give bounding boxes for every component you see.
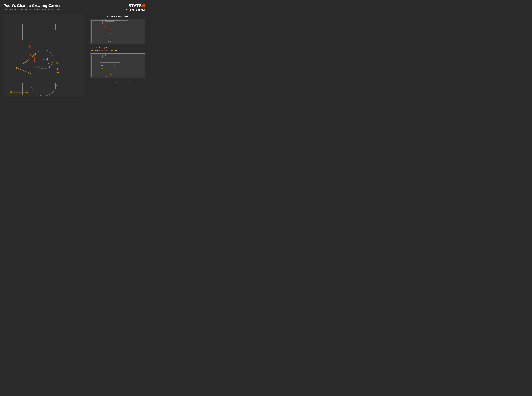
header: Pedri's Chance-Creating Carries Pedri's … xyxy=(4,4,146,12)
content-section: Carry Start Next Action Actions followin… xyxy=(4,14,146,99)
svg-rect-34 xyxy=(90,19,129,44)
svg-rect-54 xyxy=(109,61,110,61)
assists-label: Assists xyxy=(113,50,118,52)
chance-icon xyxy=(91,50,93,52)
assist-icon xyxy=(111,50,112,52)
svg-point-19 xyxy=(30,73,31,74)
note-section: (Only showing carries that led to an att… xyxy=(90,82,146,84)
main-pitch-svg xyxy=(4,14,84,97)
logo: STATS☀ PERFORM xyxy=(124,4,146,12)
note-text: (Only showing carries that led to an att… xyxy=(115,82,146,83)
shot-icon xyxy=(91,47,93,49)
svg-point-28 xyxy=(57,71,59,73)
legend-line-svg xyxy=(36,99,51,99)
svg-point-40 xyxy=(110,28,111,29)
svg-rect-0 xyxy=(4,14,84,97)
main-pitch-svg-wrapper xyxy=(4,14,84,98)
svg-point-22 xyxy=(34,57,35,59)
main-pitch-container: Carry Start Next Action xyxy=(4,14,84,99)
logo-line2: PERFORM xyxy=(124,8,146,12)
goals-label: Goals xyxy=(106,47,110,49)
svg-point-13 xyxy=(29,54,31,56)
bottom-legend-row: Carry Start Next Action xyxy=(4,99,84,99)
legend-assists: Assists xyxy=(111,50,118,52)
svg-rect-42 xyxy=(90,53,129,78)
right-panel-title: Actions following carries xyxy=(90,16,146,17)
divider xyxy=(87,14,87,99)
right-panel: Actions following carries xyxy=(90,14,146,99)
svg-point-31 xyxy=(26,92,28,93)
svg-point-16 xyxy=(35,53,36,55)
title-block: Pedri's Chance-Creating Carries Pedri's … xyxy=(4,4,65,10)
legend-chances: Chances created (8) xyxy=(91,50,108,52)
legend-line xyxy=(36,99,51,99)
logo-line1: STATS☀ xyxy=(124,4,146,8)
legend-shots: Shots (2) xyxy=(91,47,100,49)
legend-row-2: Chances created (8) Assists xyxy=(91,50,144,52)
legend-section: Shots (2) Goals Chances created (8) Assi… xyxy=(90,47,146,52)
legend-row-1: Shots (2) Goals xyxy=(91,47,144,49)
legend-goals: Goals xyxy=(103,47,110,49)
chances-label: Chances created (8) xyxy=(94,50,108,52)
goal-icon xyxy=(103,47,105,49)
logo-sun-icon: ☀ xyxy=(142,3,146,8)
top-mini-pitch-svg xyxy=(90,19,129,44)
bottom-mini-pitch-svg xyxy=(90,53,129,78)
top-mini-pitch xyxy=(90,19,146,44)
bottom-mini-pitch xyxy=(90,53,146,78)
main-title: Pedri's Chance-Creating Carries xyxy=(4,4,65,8)
shots-label: Shots (2) xyxy=(94,47,100,49)
subtitle: Pedri's eight chance-creating carries is… xyxy=(4,8,65,10)
svg-point-25 xyxy=(49,67,50,68)
